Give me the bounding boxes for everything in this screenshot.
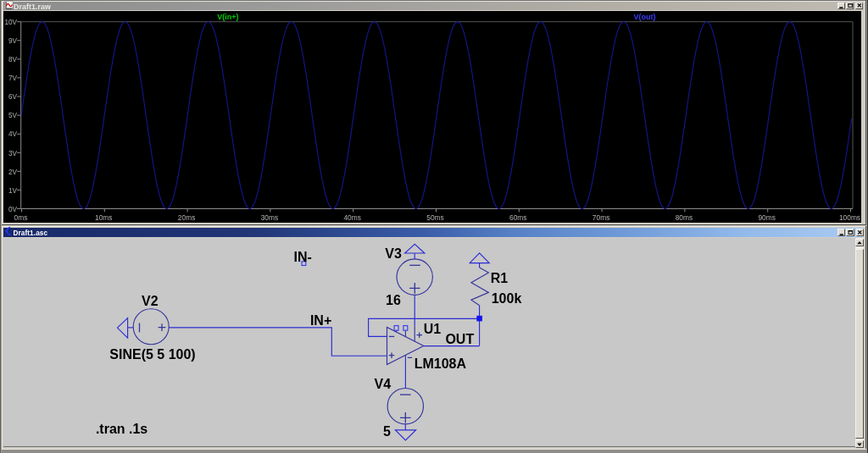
svg-text:0ms: 0ms bbox=[14, 213, 28, 222]
svg-text:10V: 10V bbox=[4, 19, 17, 26]
svg-text:8V: 8V bbox=[8, 56, 18, 64]
svg-text:50ms: 50ms bbox=[426, 213, 443, 222]
svg-text:80ms: 80ms bbox=[676, 213, 693, 222]
svg-text:20ms: 20ms bbox=[178, 213, 195, 222]
svg-text:IN-: IN- bbox=[294, 250, 312, 264]
svg-text:16: 16 bbox=[386, 294, 401, 308]
svg-text:90ms: 90ms bbox=[758, 213, 775, 222]
svg-text:5V: 5V bbox=[8, 112, 18, 119]
svg-text:1V: 1V bbox=[8, 187, 18, 195]
svg-text:.tran .1s: .tran .1s bbox=[96, 422, 147, 436]
svg-text:OUT: OUT bbox=[445, 332, 474, 346]
svg-text:V(out): V(out) bbox=[634, 13, 656, 21]
svg-text:IN+: IN+ bbox=[310, 314, 331, 329]
svg-text:7V: 7V bbox=[8, 75, 18, 82]
svg-text:2V: 2V bbox=[8, 168, 18, 176]
svg-text:U1: U1 bbox=[424, 322, 442, 336]
svg-text:40ms: 40ms bbox=[343, 213, 360, 222]
svg-text:V3: V3 bbox=[385, 247, 402, 262]
svg-text:10ms: 10ms bbox=[95, 213, 112, 222]
svg-text:4V: 4V bbox=[8, 130, 18, 138]
svg-text:V4: V4 bbox=[375, 377, 392, 391]
svg-text:100k: 100k bbox=[492, 292, 522, 307]
svg-text:70ms: 70ms bbox=[593, 213, 609, 222]
svg-text:30ms: 30ms bbox=[261, 213, 278, 222]
svg-text:3V: 3V bbox=[8, 150, 18, 157]
svg-text:R1: R1 bbox=[491, 272, 509, 286]
svg-text:60ms: 60ms bbox=[509, 213, 526, 222]
svg-text:6V: 6V bbox=[8, 93, 18, 101]
svg-text:SINE(5 5 100): SINE(5 5 100) bbox=[109, 347, 195, 362]
svg-text:0V: 0V bbox=[8, 206, 18, 213]
svg-text:V(in+): V(in+) bbox=[217, 13, 238, 21]
svg-text:LM108A: LM108A bbox=[415, 357, 467, 372]
svg-text:5: 5 bbox=[383, 424, 391, 439]
svg-text:100ms: 100ms bbox=[839, 213, 860, 222]
svg-text:9V: 9V bbox=[8, 37, 18, 45]
svg-text:V2: V2 bbox=[142, 294, 159, 308]
